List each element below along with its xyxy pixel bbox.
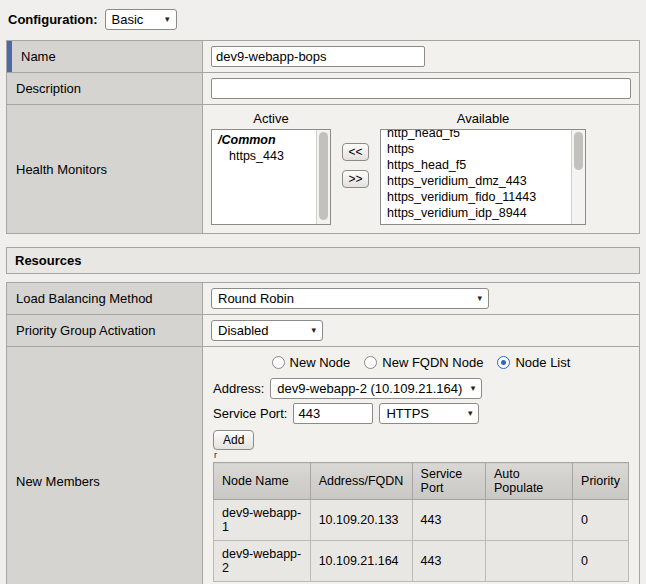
table-row[interactable]: dev9-webapp-1 10.109.20.133 443 0 <box>214 500 629 541</box>
description-label: Description <box>16 81 81 96</box>
add-member-button[interactable]: Add <box>213 430 254 450</box>
service-type-select[interactable]: HTTPS ▾ <box>379 403 479 424</box>
list-item[interactable]: https <box>381 141 571 157</box>
cell-auto-populate <box>485 500 572 541</box>
list-item[interactable]: http_head_f5 <box>381 130 571 141</box>
active-list-title: Active <box>211 111 331 126</box>
priority-group-select-value: Disabled <box>218 323 269 338</box>
service-port-input[interactable] <box>293 403 373 424</box>
node-type-radio-group: New Node New FQDN Node Node List <box>213 355 629 370</box>
name-label-cell: Name <box>7 41 203 73</box>
load-balancing-row: Load Balancing Method Round Robin ▾ <box>7 283 640 315</box>
load-balancing-label: Load Balancing Method <box>16 291 153 306</box>
column-header-address-fqdn: Address/FQDN <box>310 463 412 500</box>
pool-configuration-page: Configuration: Basic ▾ Name Description <box>0 0 646 584</box>
new-members-label-cell: New Members <box>7 347 203 584</box>
column-header-priority: Priority <box>573 463 629 500</box>
description-value-cell <box>203 73 640 105</box>
active-listbox-scrollbar[interactable] <box>316 130 330 224</box>
members-table-header-row: Node Name Address/FQDN Service Port Auto… <box>214 463 629 500</box>
radio-icon[interactable] <box>364 356 377 369</box>
chevron-down-icon: ▾ <box>477 294 482 303</box>
radio-new-node[interactable]: New Node <box>272 355 351 370</box>
service-type-select-value: HTTPS <box>386 406 429 421</box>
cell-auto-populate <box>485 541 572 582</box>
address-field-row: Address: dev9-webapp-2 (10.109.21.164) ▾ <box>213 378 629 399</box>
list-item[interactable]: https_veridium_idp_8944 <box>381 205 571 221</box>
column-header-service-port: Service Port <box>412 463 485 500</box>
chevron-down-icon: ▾ <box>468 409 473 418</box>
name-value-cell <box>203 41 640 73</box>
configuration-label: Configuration: <box>8 12 98 27</box>
radio-node-list[interactable]: Node List <box>497 355 570 370</box>
name-label: Name <box>21 49 56 64</box>
radio-new-fqdn-node[interactable]: New FQDN Node <box>364 355 483 370</box>
address-select-value: dev9-webapp-2 (10.109.21.164) <box>277 381 462 396</box>
available-monitors-column: Available http_head_f5 https https_head_… <box>380 111 586 225</box>
list-item[interactable]: /Common <box>212 132 316 148</box>
new-members-table: Node Name Address/FQDN Service Port Auto… <box>213 462 629 582</box>
column-header-node-name: Node Name <box>214 463 311 500</box>
priority-group-select[interactable]: Disabled ▾ <box>211 320 323 341</box>
scrollbar-thumb[interactable] <box>319 132 328 220</box>
description-row: Description <box>7 73 640 105</box>
health-monitors-dual-list: Active /Common https_443 << <box>211 110 631 228</box>
cell-node-name: dev9-webapp-2 <box>214 541 311 582</box>
active-monitors-items: /Common https_443 <box>212 130 316 224</box>
priority-group-row: Priority Group Activation Disabled ▾ <box>7 315 640 347</box>
available-monitors-items: http_head_f5 https https_head_f5 https_v… <box>381 130 571 224</box>
radio-new-node-label: New Node <box>290 355 351 370</box>
name-input[interactable] <box>211 46 425 67</box>
load-balancing-value-cell: Round Robin ▾ <box>203 283 640 315</box>
health-monitors-label-cell: Health Monitors <box>7 105 203 234</box>
priority-group-label-cell: Priority Group Activation <box>7 315 203 347</box>
name-row: Name <box>7 41 640 73</box>
address-select[interactable]: dev9-webapp-2 (10.109.21.164) ▾ <box>270 378 482 399</box>
health-monitors-row: Health Monitors Active /Common https_443 <box>7 105 640 234</box>
resources-section-header: Resources <box>6 247 640 274</box>
stray-text: r <box>214 451 629 459</box>
priority-group-label: Priority Group Activation <box>16 323 155 338</box>
available-monitors-listbox[interactable]: http_head_f5 https https_head_f5 https_v… <box>380 129 586 225</box>
cell-priority: 0 <box>573 541 629 582</box>
description-input[interactable] <box>211 78 631 99</box>
cell-service-port: 443 <box>412 541 485 582</box>
list-item[interactable]: https_veridium_dmz_443 <box>381 173 571 189</box>
chevron-down-icon: ▾ <box>311 326 316 335</box>
health-monitors-label: Health Monitors <box>16 162 107 177</box>
scrollbar-thumb[interactable] <box>574 132 583 170</box>
move-to-active-button[interactable]: << <box>342 143 369 161</box>
radio-icon[interactable] <box>272 356 285 369</box>
cell-node-name: dev9-webapp-1 <box>214 500 311 541</box>
configuration-select[interactable]: Basic ▾ <box>105 9 177 30</box>
health-monitors-value-cell: Active /Common https_443 << <box>203 105 640 234</box>
service-port-field-row: Service Port: HTTPS ▾ <box>213 403 629 424</box>
general-properties-table: Name Description Health Monitors Active <box>6 40 640 234</box>
chevron-down-icon: ▾ <box>471 384 476 393</box>
new-members-row: New Members New Node New FQDN Node Node … <box>7 347 640 584</box>
radio-new-fqdn-node-label: New FQDN Node <box>382 355 483 370</box>
description-label-cell: Description <box>7 73 203 105</box>
service-port-label: Service Port: <box>213 406 287 421</box>
new-members-label: New Members <box>16 474 100 489</box>
add-button-row: Add <box>213 430 629 450</box>
list-item[interactable]: https_head_f5 <box>381 157 571 173</box>
available-list-title: Available <box>380 111 586 126</box>
resources-table: Load Balancing Method Round Robin ▾ Prio… <box>6 282 640 584</box>
monitor-move-buttons: << >> <box>342 143 369 188</box>
active-monitors-listbox[interactable]: /Common https_443 <box>211 129 331 225</box>
new-members-value-cell: New Node New FQDN Node Node List Address… <box>203 347 640 584</box>
column-header-auto-populate: Auto Populate <box>485 463 572 500</box>
load-balancing-select-value: Round Robin <box>218 291 294 306</box>
load-balancing-select[interactable]: Round Robin ▾ <box>211 288 489 309</box>
chevron-down-icon: ▾ <box>165 15 170 24</box>
available-listbox-scrollbar[interactable] <box>571 130 585 224</box>
cell-address: 10.109.20.133 <box>310 500 412 541</box>
table-row[interactable]: dev9-webapp-2 10.109.21.164 443 0 <box>214 541 629 582</box>
list-item[interactable]: https_veridium_fido_11443 <box>381 189 571 205</box>
cell-service-port: 443 <box>412 500 485 541</box>
list-item[interactable]: https_443 <box>212 148 316 164</box>
radio-selected-icon[interactable] <box>497 356 510 369</box>
address-label: Address: <box>213 381 264 396</box>
move-to-available-button[interactable]: >> <box>342 170 369 188</box>
